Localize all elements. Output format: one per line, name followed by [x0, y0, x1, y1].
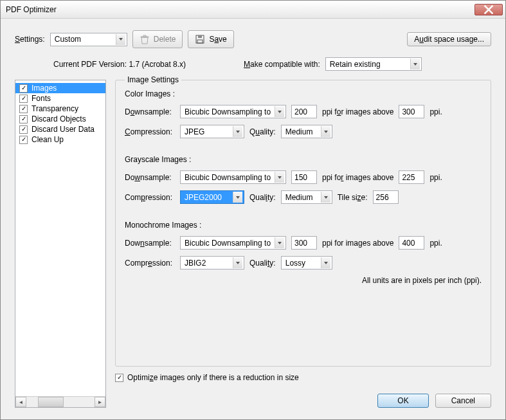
above-label: ppi for images above [322, 107, 393, 116]
chevron-down-icon [410, 59, 420, 69]
gray-quality-dropdown[interactable]: Medium [281, 190, 332, 204]
chevron-down-icon [275, 172, 284, 183]
gray-ppi-input[interactable]: 150 [291, 170, 317, 184]
optimize-checkbox[interactable] [115, 374, 123, 382]
sidebar-item-discard-user-data[interactable]: Discard User Data [15, 124, 105, 134]
mono-downsample-dropdown[interactable]: Bicubic Downsampling to [180, 236, 286, 250]
pdf-optimizer-window: PDF Optimizer Settings: Custom Delete Sa… [0, 0, 506, 420]
sidebar-item-discard-objects[interactable]: Discard Objects [15, 114, 105, 124]
dialog-footer: OK Cancel [115, 382, 491, 408]
scroll-thumb[interactable] [38, 397, 64, 407]
mono-above-input[interactable]: 400 [399, 236, 424, 250]
main-area: Images Fonts Transparency Discard Object… [15, 80, 491, 408]
section-title: Grayscale Images : [125, 155, 482, 164]
checkbox[interactable] [19, 84, 28, 93]
scroll-left-button[interactable]: ◄ [15, 397, 26, 407]
window-title: PDF Optimizer [6, 5, 474, 14]
gray-compression-dropdown[interactable]: JPEG2000 [180, 190, 244, 204]
ppi-unit: ppi. [429, 239, 442, 248]
sidebar-item-label: Images [32, 84, 57, 93]
section-title: Color Images : [125, 89, 482, 98]
units-note: All units are in pixels per inch (ppi). [125, 276, 482, 285]
scroll-right-button[interactable]: ► [95, 397, 105, 407]
delete-button[interactable]: Delete [132, 30, 183, 48]
optimize-label: Optimize images only if there is a reduc… [127, 373, 299, 382]
version-row: Current PDF Version: 1.7 (Acrobat 8.x) M… [15, 57, 491, 71]
audit-button[interactable]: Audit space usage... [407, 32, 491, 46]
titlebar: PDF Optimizer [1, 1, 505, 19]
quality-label: Quality: [249, 259, 276, 268]
mono-ppi-input[interactable]: 300 [291, 236, 317, 250]
mono-quality-dropdown[interactable]: Lossy [281, 256, 332, 269]
chevron-down-icon [233, 126, 242, 137]
optimize-option-row: Optimize images only if there is a reduc… [115, 373, 491, 382]
checkbox[interactable] [19, 115, 28, 123]
color-above-input[interactable]: 300 [399, 105, 424, 118]
panel-title: Image Settings [125, 75, 181, 84]
current-version: Current PDF Version: 1.7 (Acrobat 8.x) [53, 60, 186, 69]
chevron-down-icon [116, 34, 125, 45]
sidebar-item-label: Transparency [32, 104, 78, 113]
section-title: Monochrome Images : [125, 221, 482, 230]
quality-label: Quality: [249, 193, 276, 202]
content-area: Settings: Custom Delete Save Audit space… [1, 19, 505, 419]
gray-tile-input[interactable]: 256 [373, 190, 399, 204]
trash-icon [140, 34, 150, 44]
checkbox[interactable] [19, 136, 28, 144]
ok-button[interactable]: OK [377, 394, 428, 408]
chevron-down-icon [233, 192, 242, 203]
checkbox[interactable] [19, 125, 28, 134]
sidebar-item-fonts[interactable]: Fonts [15, 93, 105, 104]
sidebar-item-label: Fonts [32, 94, 51, 103]
settings-label: Settings: [15, 35, 45, 44]
compat-dropdown[interactable]: Retain existing [325, 57, 422, 71]
monochrome-images-section: Monochrome Images : Downsample: Bicubic … [125, 221, 482, 269]
chevron-down-icon [321, 126, 330, 137]
chevron-down-icon [321, 257, 330, 268]
sidebar-item-clean-up[interactable]: Clean Up [15, 134, 105, 145]
image-settings-panel: Image Settings Color Images : Downsample… [115, 80, 491, 367]
close-icon [483, 5, 494, 15]
compat-label: Make compatible with: [244, 60, 320, 69]
cancel-button[interactable]: Cancel [435, 394, 491, 408]
above-label: ppi for images above [322, 173, 393, 182]
sidebar-item-label: Discard Objects [32, 114, 86, 123]
color-downsample-dropdown[interactable]: Bicubic Downsampling to [180, 105, 286, 118]
gray-above-input[interactable]: 225 [399, 170, 424, 184]
ppi-unit: ppi. [429, 107, 442, 116]
delete-label: Delete [154, 35, 176, 44]
chevron-down-icon [275, 106, 284, 117]
close-button[interactable] [474, 4, 503, 15]
sidebar-item-label: Clean Up [32, 135, 64, 144]
settings-dropdown[interactable]: Custom [50, 33, 127, 46]
ppi-unit: ppi. [429, 173, 442, 182]
compression-label: Compression: [125, 193, 175, 202]
save-button[interactable]: Save [188, 30, 233, 48]
settings-value: Custom [55, 35, 113, 44]
toolbar: Settings: Custom Delete Save Audit space… [15, 30, 491, 48]
save-icon [195, 34, 205, 44]
checkbox[interactable] [19, 95, 28, 103]
checkbox[interactable] [19, 105, 28, 113]
compat-value: Retain existing [330, 60, 408, 69]
color-ppi-input[interactable]: 200 [291, 105, 317, 118]
grayscale-images-section: Grayscale Images : Downsample: Bicubic D… [125, 155, 482, 204]
compression-label: Compression: [125, 259, 175, 268]
category-list: Images Fonts Transparency Discard Object… [15, 80, 106, 408]
sidebar-item-transparency[interactable]: Transparency [15, 104, 105, 114]
sidebar-item-label: Discard User Data [32, 125, 95, 134]
downsample-label: Downsample: [125, 173, 175, 182]
quality-label: Quality: [249, 127, 276, 136]
horizontal-scrollbar[interactable]: ◄ ► [15, 396, 105, 407]
tile-label: Tile size: [338, 193, 368, 202]
compression-label: Compression: [125, 127, 175, 136]
color-quality-dropdown[interactable]: Medium [281, 125, 332, 138]
mono-compression-dropdown[interactable]: JBIG2 [180, 256, 244, 269]
color-compression-dropdown[interactable]: JPEG [180, 125, 244, 138]
save-label: Save [209, 35, 226, 44]
downsample-label: Downsample: [125, 107, 175, 116]
chevron-down-icon [321, 192, 330, 203]
gray-downsample-dropdown[interactable]: Bicubic Downsampling to [180, 170, 286, 184]
chevron-down-icon [275, 237, 284, 248]
sidebar-item-images[interactable]: Images [15, 83, 105, 93]
